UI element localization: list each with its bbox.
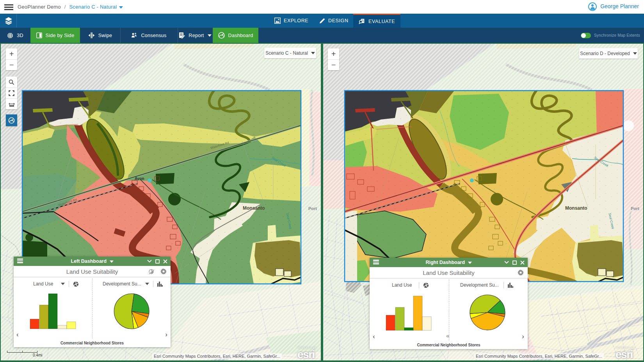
svg-text:Port: Port: [308, 206, 317, 211]
svg-text:Port: Port: [631, 206, 639, 211]
